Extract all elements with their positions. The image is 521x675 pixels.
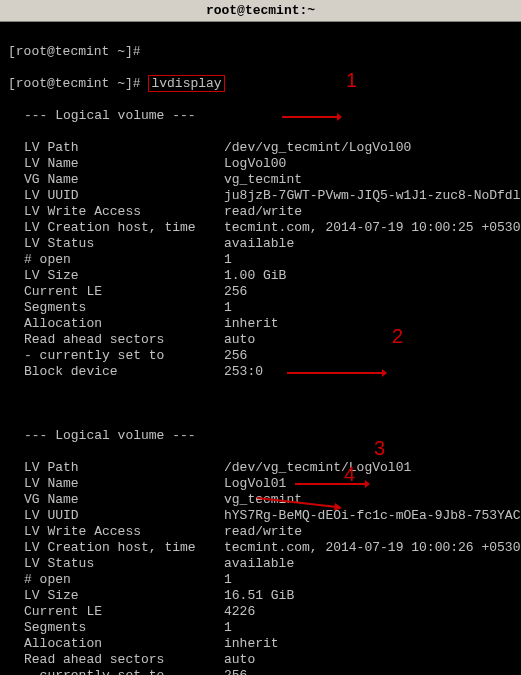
lv-value: read/write (224, 524, 513, 540)
prompt-line: [root@tecmint ~]# (8, 44, 513, 60)
lv-label: LV Creation host, time (8, 540, 224, 556)
lv-row: LV Statusavailable (8, 236, 513, 252)
lv-value: available (224, 236, 513, 252)
window-titlebar: root@tecmint:~ (0, 0, 521, 22)
lv-value: LogVol00 (224, 156, 513, 172)
lv-row: LV NameLogVol01 (8, 476, 513, 492)
lv-value: vg_tecmint (224, 172, 513, 188)
lv-label: Allocation (8, 316, 224, 332)
lv-row: LV UUIDhYS7Rg-BeMQ-dEOi-fc1c-mOEa-9Jb8-7… (8, 508, 513, 524)
lv-label: LV Status (8, 236, 224, 252)
lv-label: LV UUID (8, 508, 224, 524)
lv-label: Current LE (8, 284, 224, 300)
lv-label: LV UUID (8, 188, 224, 204)
lv-row: Current LE4226 (8, 604, 513, 620)
lv-value: tecmint.com, 2014-07-19 10:00:25 +0530 (224, 220, 520, 236)
lv-row: LV Size16.51 GiB (8, 588, 513, 604)
lv-value: 1.00 GiB (224, 268, 513, 284)
lv-label: Segments (8, 620, 224, 636)
terminal-output[interactable]: [root@tecmint ~]# [root@tecmint ~]# lvdi… (0, 22, 521, 675)
lv-value: inherit (224, 636, 513, 652)
lv-label: LV Path (8, 460, 224, 476)
lv-label: LV Creation host, time (8, 220, 224, 236)
lv-label: LV Path (8, 140, 224, 156)
lv-value: auto (224, 332, 513, 348)
lv-label: # open (8, 572, 224, 588)
lv-label: - currently set to (8, 668, 224, 675)
lv-value: 256 (224, 348, 513, 364)
lv-label: VG Name (8, 492, 224, 508)
lv-value: 256 (224, 668, 513, 675)
lv-value: 253:0 (224, 364, 513, 380)
lv-row: - currently set to256 (8, 668, 513, 675)
lv-label: Allocation (8, 636, 224, 652)
lv-row: Read ahead sectorsauto (8, 652, 513, 668)
lv-row: VG Namevg_tecmint (8, 492, 513, 508)
lv-row: - currently set to256 (8, 348, 513, 364)
lv-row: LV Creation host, timetecmint.com, 2014-… (8, 540, 513, 556)
lv-row: Block device253:0 (8, 364, 513, 380)
blank-line (8, 396, 513, 412)
lv-value: /dev/vg_tecmint/LogVol01 (224, 460, 513, 476)
lv-row: Current LE256 (8, 284, 513, 300)
lv-label: LV Status (8, 556, 224, 572)
lv-row: # open1 (8, 252, 513, 268)
lv-value: hYS7Rg-BeMQ-dEOi-fc1c-mOEa-9Jb8-753YAC (224, 508, 520, 524)
lv-row: Allocationinherit (8, 636, 513, 652)
lv-row: # open1 (8, 572, 513, 588)
lv-label: LV Name (8, 156, 224, 172)
lv-row: LV UUIDju8jzB-7GWT-PVwm-JIQ5-w1J1-zuc8-N… (8, 188, 513, 204)
lv-value: ju8jzB-7GWT-PVwm-JIQ5-w1J1-zuc8-NoDfdl (224, 188, 520, 204)
lv-header: --- Logical volume --- (8, 108, 513, 124)
prompt: [root@tecmint ~]# (8, 76, 148, 91)
lv-value: auto (224, 652, 513, 668)
lv-row: LV Creation host, timetecmint.com, 2014-… (8, 220, 513, 236)
prompt-line: [root@tecmint ~]# lvdisplay (8, 76, 513, 92)
lv-label: Current LE (8, 604, 224, 620)
lv-value: 16.51 GiB (224, 588, 513, 604)
lv-label: LV Name (8, 476, 224, 492)
lv-label: Read ahead sectors (8, 332, 224, 348)
lv-value: inherit (224, 316, 513, 332)
lv-row: LV Statusavailable (8, 556, 513, 572)
lv-value: read/write (224, 204, 513, 220)
lv-row: LV Write Accessread/write (8, 524, 513, 540)
lv-label: LV Write Access (8, 524, 224, 540)
lv-value: 1 (224, 252, 513, 268)
lv-row: Segments1 (8, 620, 513, 636)
lv-row: VG Namevg_tecmint (8, 172, 513, 188)
lv-value: 1 (224, 572, 513, 588)
lv-value: tecmint.com, 2014-07-19 10:00:26 +0530 (224, 540, 520, 556)
lv-value: 1 (224, 620, 513, 636)
lv-row: Read ahead sectorsauto (8, 332, 513, 348)
lv-row: Allocationinherit (8, 316, 513, 332)
lv-label: - currently set to (8, 348, 224, 364)
lv-label: Read ahead sectors (8, 652, 224, 668)
lv-value: vg_tecmint (224, 492, 513, 508)
command-highlight: lvdisplay (148, 75, 224, 92)
lv-value: LogVol01 (224, 476, 513, 492)
lv-row: LV Path/dev/vg_tecmint/LogVol00 (8, 140, 513, 156)
lv-row: Segments1 (8, 300, 513, 316)
lv-label: VG Name (8, 172, 224, 188)
lv-label: Segments (8, 300, 224, 316)
lv-label: LV Size (8, 268, 224, 284)
lv-label: Block device (8, 364, 224, 380)
lv-label: # open (8, 252, 224, 268)
lv-value: 256 (224, 284, 513, 300)
prompt: [root@tecmint ~]# (8, 44, 148, 59)
lv-row: LV Path/dev/vg_tecmint/LogVol01 (8, 460, 513, 476)
lv-value: 1 (224, 300, 513, 316)
lv-value: available (224, 556, 513, 572)
lv-header: --- Logical volume --- (8, 428, 513, 444)
lv-value: 4226 (224, 604, 513, 620)
lv-row: LV Size1.00 GiB (8, 268, 513, 284)
lv-label: LV Write Access (8, 204, 224, 220)
lv-label: LV Size (8, 588, 224, 604)
lv-row: LV Write Accessread/write (8, 204, 513, 220)
lv-value: /dev/vg_tecmint/LogVol00 (224, 140, 513, 156)
lv-row: LV NameLogVol00 (8, 156, 513, 172)
